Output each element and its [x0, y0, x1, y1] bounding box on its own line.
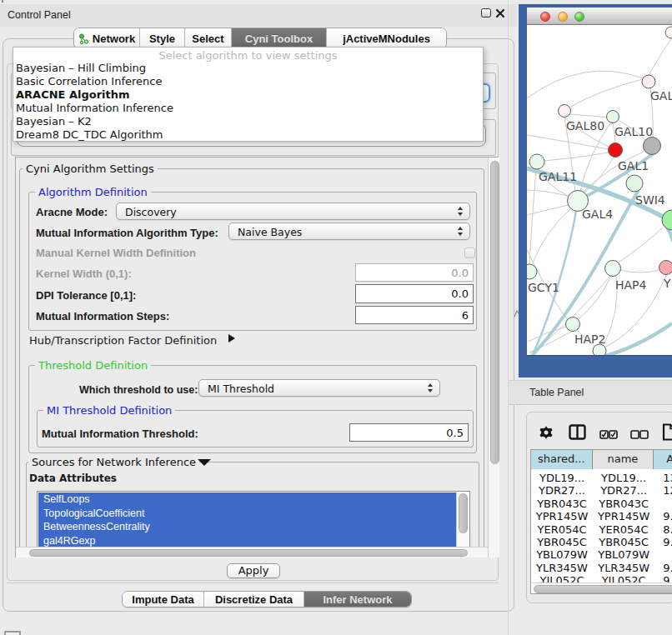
network-node-GAL11[interactable]: [529, 154, 544, 169]
network-node-big-green[interactable]: [662, 210, 672, 230]
scrollbar-thumb[interactable]: [490, 161, 499, 464]
dpi-tolerance-label: DPI Tolerance [0,1]:: [36, 289, 136, 302]
tab-label: Discretize Data: [215, 593, 293, 606]
kernel-width-field[interactable]: 0.0: [355, 263, 474, 282]
attributes-list-scrollbar[interactable]: [456, 491, 470, 548]
column-header-partial[interactable]: A: [654, 450, 672, 469]
table-row[interactable]: YBR045CYBR045C9.: [531, 536, 672, 548]
network-edge[interactable]: [619, 228, 663, 262]
mi-threshold-label: Mutual Information Threshold:: [42, 428, 198, 440]
tab-cyni-toolbox[interactable]: Cyni Toolbox: [232, 28, 327, 48]
table-row[interactable]: YDL19...YDL19...13: [531, 472, 672, 484]
network-node-GAL1[interactable]: [609, 143, 623, 158]
network-edge[interactable]: [620, 270, 659, 272]
tab-jactivemnodules[interactable]: jActiveMNodules: [327, 28, 446, 48]
algorithm-option[interactable]: ARACNE Algorithm: [16, 88, 130, 101]
network-edge[interactable]: [529, 169, 536, 264]
network-canvas[interactable]: GALGAL80GAL10GAL1GAL11GAL4SWI4GCY1HAP4YH…: [527, 25, 672, 355]
table-cell: YBR045C: [531, 536, 593, 548]
expand-arrow-icon[interactable]: [228, 334, 235, 342]
gear-icon[interactable]: [539, 425, 554, 443]
node-label-SWI4: SWI4: [635, 193, 665, 207]
network-view-window[interactable]: GALGAL80GAL10GAL1GAL11GAL4SWI4GCY1HAP4YH…: [519, 4, 672, 378]
algorithm-option[interactable]: Bayesian – K2: [16, 115, 92, 128]
network-edge[interactable]: [532, 209, 570, 265]
network-node-partial-top[interactable]: [665, 27, 672, 38]
collapse-arrow-icon[interactable]: [198, 459, 211, 466]
tab-discretize-data[interactable]: Discretize Data: [204, 592, 304, 607]
table-row[interactable]: YLR345WYLR345W9.: [531, 562, 672, 574]
tab-infer-network[interactable]: Infer Network: [304, 592, 411, 607]
network-edge[interactable]: [544, 152, 609, 161]
settings-vertical-scrollbar[interactable]: [488, 158, 499, 558]
minimize-traffic-light[interactable]: [558, 12, 568, 22]
scrollbar-thumb[interactable]: [29, 549, 468, 557]
network-node-HAP4[interactable]: [605, 261, 621, 277]
mi-algorithm-type-combo[interactable]: Naive Bayes: [228, 222, 470, 240]
tab-style[interactable]: Style: [140, 28, 185, 48]
algorithm-option[interactable]: Mutual Information Inference: [16, 102, 173, 114]
tab-select[interactable]: Select: [185, 28, 232, 48]
aracne-mode-combo[interactable]: Discovery: [116, 202, 470, 220]
table-panel-titlebar: Table Panel: [509, 380, 672, 405]
zoom-traffic-light[interactable]: [574, 12, 584, 22]
which-threshold-combo[interactable]: MI Threshold: [198, 379, 440, 397]
column-header-shared-name[interactable]: shared...: [531, 450, 593, 469]
scrollbar-thumb[interactable]: [459, 493, 468, 533]
table-horizontal-scrollbar[interactable]: [532, 582, 672, 594]
table-row[interactable]: YER054CYER054C8.: [531, 523, 672, 536]
manual-kernel-width-checkbox[interactable]: [464, 248, 475, 258]
network-node-GAL2[interactable]: [642, 75, 655, 88]
attribute-list-item[interactable]: gal4RGexp: [38, 534, 457, 548]
close-icon[interactable]: [495, 7, 505, 17]
table-cell: YPR145W: [593, 510, 654, 522]
network-edge[interactable]: [649, 38, 671, 75]
hide-columns-icon[interactable]: [630, 428, 649, 442]
settings-horizontal-scrollbar[interactable]: [16, 547, 488, 558]
split-columns-icon[interactable]: [569, 424, 586, 443]
network-edge[interactable]: [570, 79, 643, 107]
mi-steps-field[interactable]: 6: [355, 306, 474, 324]
table-row[interactable]: YDR27...YDR27...12: [531, 484, 672, 497]
mi-threshold-field[interactable]: 0.5: [349, 423, 469, 442]
table-cell: 9.: [654, 562, 672, 574]
document-icon[interactable]: [662, 423, 672, 444]
network-window-titlebar[interactable]: [527, 8, 672, 25]
network-node-Y-pink[interactable]: [659, 261, 672, 275]
attribute-list-item[interactable]: SelfLoops: [38, 492, 457, 507]
algorithm-option[interactable]: Basic Correlation Inference: [16, 75, 162, 88]
panel-splitter[interactable]: [508, 0, 509, 635]
network-node-gray-node[interactable]: [644, 138, 661, 155]
algorithm-option[interactable]: Dream8 DC_TDC Algorithm: [16, 128, 163, 141]
mi-steps-label: Mutual Information Steps:: [36, 310, 169, 322]
minimized-window-icon[interactable]: [4, 631, 21, 635]
node-label-GAL80: GAL80: [566, 119, 604, 132]
table-cell: YLR345W: [593, 562, 654, 574]
dpi-tolerance-field[interactable]: 0.0: [355, 284, 474, 303]
data-attributes-list[interactable]: SelfLoopsTopologicalCoefficientBetweenne…: [37, 491, 470, 548]
combo-arrows-icon: [458, 207, 464, 218]
float-window-icon[interactable]: [481, 8, 491, 18]
apply-button[interactable]: Apply: [227, 563, 280, 578]
network-edge[interactable]: [527, 71, 643, 98]
network-node-HAP2[interactable]: [566, 318, 580, 332]
tab-impute-data[interactable]: Impute Data: [123, 592, 204, 607]
network-node-GAL80[interactable]: [559, 105, 571, 118]
network-edge[interactable]: [570, 114, 607, 118]
node-label-GAL2: GAL: [650, 89, 672, 102]
network-node-SWI4[interactable]: [626, 175, 643, 192]
sources-title: Sources for Network Inference: [28, 456, 199, 468]
attribute-list-item[interactable]: BetweennessCentrality: [38, 520, 457, 534]
table-row[interactable]: YBL079WYBL079W: [531, 548, 672, 561]
network-node-GAL10[interactable]: [607, 111, 619, 123]
attribute-list-item[interactable]: TopologicalCoefficient: [38, 507, 457, 521]
show-checked-columns-icon[interactable]: [599, 428, 618, 442]
tab-network[interactable]: Network: [74, 28, 140, 48]
algorithm-option[interactable]: Bayesian – Hill Climbing: [16, 62, 146, 74]
table-row[interactable]: YBR043CYBR043C: [531, 498, 672, 510]
network-edge[interactable]: [579, 276, 611, 319]
scrollbar-thumb[interactable]: [534, 585, 672, 593]
table-row[interactable]: YPR145WYPR145W9.: [531, 510, 672, 522]
column-header-name[interactable]: name: [593, 450, 654, 469]
close-traffic-light[interactable]: [540, 12, 550, 22]
